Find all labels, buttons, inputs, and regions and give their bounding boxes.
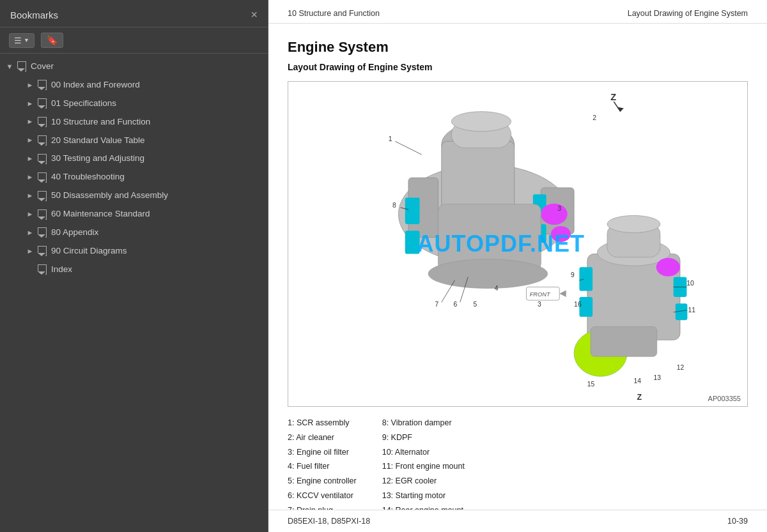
expand-toggle-40[interactable]: ► — [24, 172, 36, 182]
sidebar-item-label-60: 60 Maintenance Standard — [51, 208, 260, 220]
expand-toggle-30[interactable]: ► — [24, 154, 36, 163]
svg-text:7: 7 — [435, 301, 438, 308]
expand-toggle-80[interactable]: ► — [24, 228, 36, 238]
svg-text:9: 9 — [571, 271, 575, 278]
svg-rect-9 — [405, 197, 420, 224]
legend-item: 14: Rear engine mount — [382, 505, 465, 510]
svg-point-18 — [451, 112, 511, 132]
legend-col-2: 8: Vibration damper9: KDPF10: Alternator… — [382, 417, 465, 510]
svg-text:10: 10 — [686, 280, 694, 287]
sidebar-item-00[interactable]: ► 00 Index and Foreword — [0, 76, 268, 95]
legend-item: 6: KCCV ventilator — [288, 490, 357, 502]
sidebar-item-10[interactable]: ► 10 Structure and Function — [0, 113, 268, 132]
svg-point-16 — [428, 259, 548, 289]
bookmark-ribbon-01 — [36, 98, 47, 109]
svg-point-43 — [656, 258, 680, 277]
menu-icon: ☰ — [14, 36, 22, 45]
bookmark-ribbon-20 — [36, 135, 47, 146]
svg-text:2: 2 — [593, 114, 596, 121]
expand-toggle-10[interactable]: ► — [24, 117, 36, 126]
engine-diagram: Z — [288, 81, 748, 407]
expand-toggle-60[interactable]: ► — [24, 209, 36, 219]
sidebar-item-label-30: 30 Testing and Adjusting — [51, 153, 260, 165]
page-header: 10 Structure and Function Layout Drawing… — [268, 0, 767, 24]
expand-toggle-90[interactable]: ► — [24, 247, 36, 256]
sidebar-title: Bookmarks — [10, 10, 58, 20]
cover-label: Cover — [31, 61, 260, 73]
sidebar-item-80[interactable]: ► 80 Appendix — [0, 224, 268, 242]
legend-section: 1: SCR assembly2: Air cleaner3: Engine o… — [288, 417, 748, 510]
page-footer: D85EXI-18, D85PXI-18 10-39 — [268, 510, 767, 532]
svg-text:4: 4 — [495, 285, 499, 292]
sidebar-item-01[interactable]: ► 01 Specifications — [0, 95, 268, 113]
bookmark-ribbon-40 — [36, 172, 47, 183]
legend-item: 12: EGR cooler — [382, 475, 465, 487]
breadcrumb-right: Layout Drawing of Engine System — [628, 9, 748, 18]
svg-rect-42 — [676, 303, 688, 320]
sidebar-item-60[interactable]: ► 60 Maintenance Standard — [0, 205, 268, 224]
bookmark-ribbon-90 — [36, 246, 47, 256]
expand-toggle-cover[interactable]: ▼ — [4, 62, 15, 72]
svg-text:11: 11 — [688, 307, 695, 314]
legend-item: 8: Vibration damper — [382, 417, 465, 429]
bookmark-ribbon-index — [36, 264, 47, 275]
expand-toggle-20[interactable]: ► — [24, 135, 36, 145]
sidebar-header: Bookmarks × — [0, 0, 268, 27]
sidebar-item-label-80: 80 Appendix — [51, 227, 260, 239]
svg-text:3: 3 — [538, 301, 541, 308]
sidebar-item-20[interactable]: ► 20 Standard Value Table — [0, 132, 268, 150]
sidebar-item-index[interactable]: Index — [0, 261, 268, 279]
sidebar-item-label-20: 20 Standard Value Table — [51, 135, 260, 147]
bookmark-ribbon-cover — [15, 61, 27, 72]
legend-item: 10: Alternator — [382, 446, 465, 459]
legend-item: 1: SCR assembly — [288, 417, 357, 429]
sidebar-item-50[interactable]: ► 50 Disassembly and Assembly — [0, 186, 268, 205]
sidebar-item-30[interactable]: ► 30 Testing and Adjusting — [0, 149, 268, 168]
svg-point-38 — [607, 215, 660, 232]
sidebar-item-90[interactable]: ► 90 Circuit Diagrams — [0, 242, 268, 261]
breadcrumb-left: 10 Structure and Function — [288, 9, 380, 18]
svg-text:13: 13 — [654, 374, 662, 381]
page-title: Engine System — [288, 39, 748, 56]
bookmark-ribbon-10 — [36, 117, 47, 127]
legend-col-1: 1: SCR assembly2: Air cleaner3: Engine o… — [288, 417, 357, 510]
bookmark-ribbon-00 — [36, 80, 47, 90]
legend-item: 9: KDPF — [382, 432, 465, 444]
svg-text:16: 16 — [574, 301, 582, 308]
expand-toggle-01[interactable]: ► — [24, 99, 36, 109]
legend-item: 5: Engine controller — [288, 475, 357, 487]
expand-toggle-50[interactable]: ► — [24, 191, 36, 201]
bookmark-icon: 🔖 — [47, 35, 58, 45]
bookmark-cover[interactable]: ▼ Cover — [0, 57, 268, 76]
svg-text:6: 6 — [453, 301, 457, 308]
svg-text:12: 12 — [677, 364, 685, 371]
legend-item: 13: Starting motor — [382, 490, 465, 502]
footer-page-number: 10-39 — [727, 517, 748, 526]
main-content: 10 Structure and Function Layout Drawing… — [268, 0, 767, 532]
sidebar-item-label-00: 00 Index and Foreword — [51, 79, 260, 91]
svg-point-14 — [551, 226, 571, 242]
expand-toggle-00[interactable]: ► — [24, 80, 36, 90]
page-subtitle: Layout Drawing of Engine System — [288, 62, 748, 72]
svg-text:Z: Z — [637, 393, 642, 402]
close-button[interactable]: × — [251, 9, 258, 20]
legend-item: 4: Fuel filter — [288, 460, 357, 473]
toolbar-bookmark-button[interactable]: 🔖 — [41, 33, 63, 48]
bookmark-ribbon-80 — [36, 227, 47, 238]
sidebar-item-label-90: 90 Circuit Diagrams — [51, 245, 260, 257]
sidebar-item-40[interactable]: ► 40 Troubleshooting — [0, 168, 268, 186]
sidebar-item-label-10: 10 Structure and Function — [51, 116, 260, 128]
svg-text:1: 1 — [389, 135, 392, 142]
bookmark-ribbon-30 — [36, 154, 47, 164]
svg-point-13 — [541, 204, 567, 225]
sidebar-toolbar: ☰ ▼ 🔖 — [0, 27, 268, 54]
bookmark-list: ▼ Cover ► 00 Index and Foreword ► 01 Spe… — [0, 54, 268, 532]
bookmark-ribbon-60 — [36, 209, 47, 220]
legend-item: 11: Front engine mount — [382, 460, 465, 473]
sidebar-item-label-40: 40 Troubleshooting — [51, 171, 260, 183]
chevron-down-icon: ▼ — [24, 37, 29, 43]
page-body: Engine System Layout Drawing of Engine S… — [268, 24, 767, 510]
svg-text:15: 15 — [587, 381, 595, 388]
svg-rect-45 — [591, 327, 657, 357]
toolbar-menu-button[interactable]: ☰ ▼ — [9, 33, 35, 48]
